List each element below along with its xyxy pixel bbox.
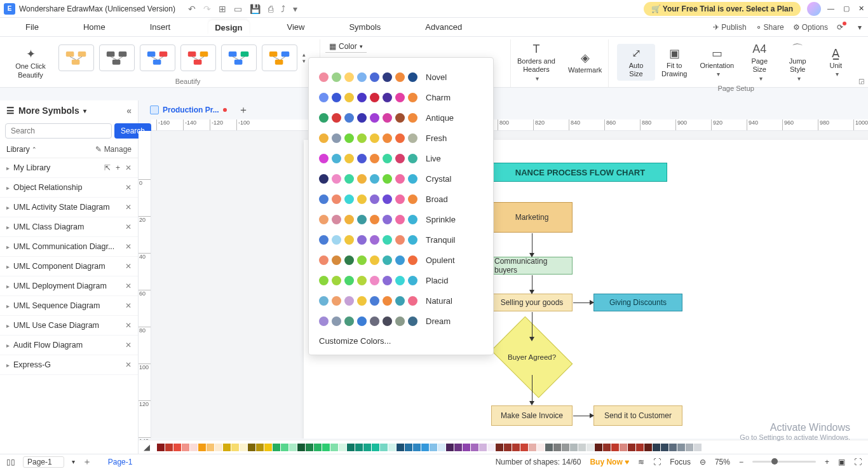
color-swatch[interactable]: [370, 316, 379, 326]
color-swatch[interactable]: [395, 133, 405, 143]
page-size-button[interactable]: A4 Page Size▾: [740, 39, 778, 85]
close-icon[interactable]: ✕: [125, 262, 132, 271]
color-swatch[interactable]: [319, 296, 329, 306]
swatch[interactable]: [611, 444, 619, 451]
color-swatch[interactable]: [319, 276, 329, 285]
color-swatch[interactable]: [383, 174, 392, 184]
category-item[interactable]: ▸Express-G✕: [0, 355, 138, 375]
color-swatch[interactable]: [408, 154, 417, 163]
swatch[interactable]: [430, 444, 437, 451]
swatch[interactable]: [620, 444, 627, 451]
color-swatch[interactable]: [332, 276, 341, 285]
color-theme-row[interactable]: Crystal: [319, 168, 483, 189]
zoom-slider[interactable]: [752, 461, 816, 463]
category-item[interactable]: ▸UML Communication Diagr...✕: [0, 237, 138, 257]
node-send[interactable]: Send it to Customer: [593, 405, 682, 426]
color-swatch[interactable]: [332, 235, 341, 245]
swatch[interactable]: [644, 444, 652, 451]
color-swatch[interactable]: [370, 194, 379, 204]
swatch[interactable]: [215, 444, 222, 451]
swatch[interactable]: [595, 444, 602, 451]
swatch[interactable]: [603, 444, 611, 451]
color-swatch[interactable]: [332, 296, 341, 306]
color-swatch[interactable]: [357, 194, 367, 204]
beautify-preset-0[interactable]: [58, 44, 94, 71]
swatch[interactable]: [413, 444, 421, 451]
color-swatch[interactable]: [383, 194, 392, 204]
color-swatch[interactable]: [395, 296, 405, 306]
category-item[interactable]: ▸Object Relationship✕: [0, 178, 138, 198]
color-swatch[interactable]: [344, 235, 354, 245]
color-theme-row[interactable]: Novel: [319, 67, 483, 87]
customize-colors-button[interactable]: Customize Colors...: [319, 331, 483, 348]
color-swatch[interactable]: [357, 316, 367, 326]
manage-button[interactable]: ✎ Manage: [95, 145, 132, 154]
collapse-panel-button[interactable]: «: [126, 105, 132, 116]
color-swatch[interactable]: [383, 93, 392, 102]
beautify-preset-2[interactable]: [140, 44, 175, 71]
maximize-button[interactable]: ▢: [843, 4, 850, 13]
color-swatch[interactable]: [344, 276, 354, 285]
swatch[interactable]: [231, 444, 239, 451]
color-swatch[interactable]: [344, 72, 354, 82]
color-swatch[interactable]: [408, 255, 417, 265]
eyedropper-icon[interactable]: ◢: [144, 442, 154, 452]
close-icon[interactable]: ✕: [125, 360, 132, 369]
color-swatch[interactable]: [357, 154, 367, 163]
swatch[interactable]: [405, 444, 412, 451]
color-swatch[interactable]: [370, 72, 379, 82]
color-swatch[interactable]: [395, 72, 405, 82]
menu-file[interactable]: File: [19, 20, 45, 34]
swatch[interactable]: [562, 444, 569, 451]
swatch[interactable]: [248, 444, 255, 451]
color-swatch[interactable]: [383, 255, 392, 265]
menu-view[interactable]: View: [281, 20, 311, 34]
menu-advanced[interactable]: Advanced: [419, 20, 468, 34]
swatch[interactable]: [479, 444, 487, 451]
color-swatch[interactable]: [319, 154, 329, 163]
close-icon[interactable]: ✕: [125, 183, 132, 192]
color-theme-row[interactable]: Sprinkle: [319, 209, 483, 229]
share-button[interactable]: ⚬ Share: [756, 23, 784, 32]
color-swatch[interactable]: [357, 174, 367, 184]
swatch[interactable]: [570, 444, 578, 451]
swatch[interactable]: [653, 444, 660, 451]
color-swatch[interactable]: [383, 133, 392, 143]
jump-style-button[interactable]: ⌒ Jump Style▾: [778, 39, 817, 85]
color-swatch[interactable]: [370, 255, 379, 265]
new-button[interactable]: ⊞: [219, 4, 226, 14]
unit-button[interactable]: A̲ Unit▾: [817, 44, 855, 80]
swatch[interactable]: [330, 444, 338, 451]
color-swatch[interactable]: [383, 316, 392, 326]
color-theme-row[interactable]: Live: [319, 148, 483, 168]
color-swatch[interactable]: [344, 316, 354, 326]
color-swatch[interactable]: [332, 194, 341, 204]
zoom-minus[interactable]: −: [739, 458, 743, 466]
buy-now-button[interactable]: Buy Now ♥: [590, 458, 629, 466]
color-swatch[interactable]: [408, 276, 417, 285]
options-button[interactable]: ⚙ Options: [793, 23, 828, 32]
color-swatch[interactable]: [357, 296, 367, 306]
color-swatch[interactable]: [395, 235, 405, 245]
borders-headers-button[interactable]: T Borders and Headers ▾: [511, 39, 562, 85]
color-swatch[interactable]: [332, 133, 341, 143]
presentation-icon[interactable]: ⛶: [653, 458, 661, 466]
color-swatch[interactable]: [332, 316, 341, 326]
page-tab-1[interactable]: Page-1: [108, 458, 133, 466]
swatch[interactable]: [537, 444, 545, 451]
color-swatch[interactable]: [370, 93, 379, 102]
color-theme-row[interactable]: Antique: [319, 107, 483, 128]
color-swatch[interactable]: [357, 276, 367, 285]
add-icon[interactable]: +: [116, 163, 120, 172]
color-swatch[interactable]: [319, 235, 329, 245]
color-swatch[interactable]: [357, 113, 367, 123]
swatch[interactable]: [578, 444, 586, 451]
color-swatch[interactable]: [332, 154, 341, 163]
add-tab-button[interactable]: ＋: [238, 104, 248, 117]
category-item[interactable]: ▸My Library⇱+✕: [0, 158, 138, 178]
node-marketing[interactable]: Marketing: [491, 202, 573, 233]
swatch[interactable]: [694, 444, 702, 451]
close-icon[interactable]: ✕: [125, 282, 132, 290]
color-swatch[interactable]: [408, 72, 417, 82]
color-swatch[interactable]: [319, 255, 329, 265]
